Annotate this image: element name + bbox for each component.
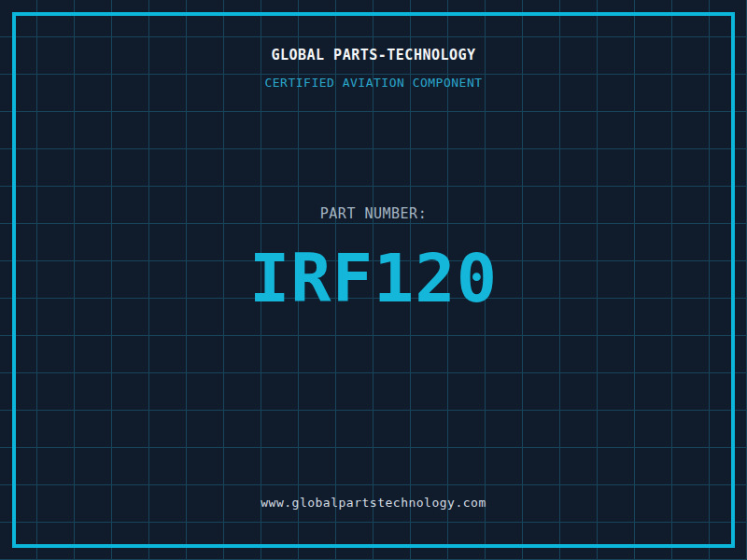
part-number-value: IRF120	[0, 235, 747, 321]
certification-tagline: CERTIFIED AVIATION COMPONENT	[0, 76, 747, 90]
part-number-label: PART NUMBER:	[0, 205, 747, 222]
company-title: GLOBAL PARTS-TECHNOLOGY	[0, 47, 747, 63]
website-url: www.globalpartstechnology.com	[0, 496, 747, 510]
part-label-canvas: GLOBAL PARTS-TECHNOLOGY CERTIFIED AVIATI…	[0, 0, 747, 560]
